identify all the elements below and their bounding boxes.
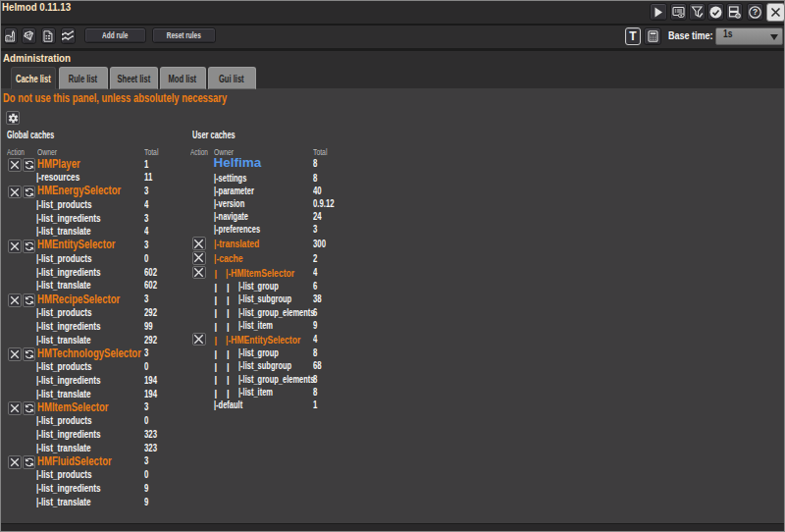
svg-text:?: ? bbox=[753, 7, 758, 17]
